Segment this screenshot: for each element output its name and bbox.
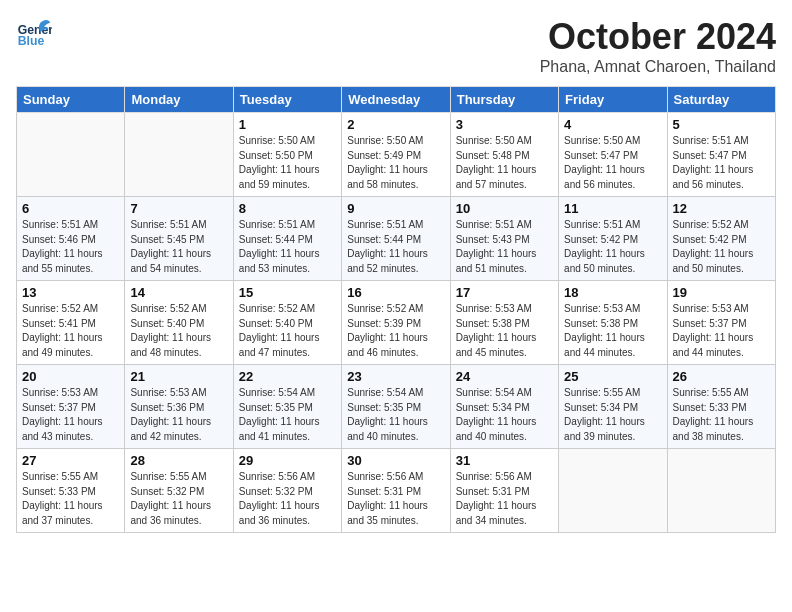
calendar-cell: 21Sunrise: 5:53 AM Sunset: 5:36 PM Dayli… xyxy=(125,365,233,449)
calendar-cell xyxy=(559,449,667,533)
calendar-cell: 24Sunrise: 5:54 AM Sunset: 5:34 PM Dayli… xyxy=(450,365,558,449)
calendar-table: SundayMondayTuesdayWednesdayThursdayFrid… xyxy=(16,86,776,533)
day-detail: Sunrise: 5:53 AM Sunset: 5:37 PM Dayligh… xyxy=(22,386,119,444)
day-detail: Sunrise: 5:52 AM Sunset: 5:40 PM Dayligh… xyxy=(130,302,227,360)
week-row-1: 1Sunrise: 5:50 AM Sunset: 5:50 PM Daylig… xyxy=(17,113,776,197)
day-number: 8 xyxy=(239,201,336,216)
week-row-2: 6Sunrise: 5:51 AM Sunset: 5:46 PM Daylig… xyxy=(17,197,776,281)
day-detail: Sunrise: 5:50 AM Sunset: 5:49 PM Dayligh… xyxy=(347,134,444,192)
calendar-cell: 3Sunrise: 5:50 AM Sunset: 5:48 PM Daylig… xyxy=(450,113,558,197)
day-number: 11 xyxy=(564,201,661,216)
day-detail: Sunrise: 5:53 AM Sunset: 5:38 PM Dayligh… xyxy=(564,302,661,360)
calendar-cell: 29Sunrise: 5:56 AM Sunset: 5:32 PM Dayli… xyxy=(233,449,341,533)
calendar-cell: 7Sunrise: 5:51 AM Sunset: 5:45 PM Daylig… xyxy=(125,197,233,281)
day-number: 23 xyxy=(347,369,444,384)
day-number: 25 xyxy=(564,369,661,384)
day-detail: Sunrise: 5:51 AM Sunset: 5:46 PM Dayligh… xyxy=(22,218,119,276)
day-detail: Sunrise: 5:51 AM Sunset: 5:47 PM Dayligh… xyxy=(673,134,770,192)
calendar-cell: 8Sunrise: 5:51 AM Sunset: 5:44 PM Daylig… xyxy=(233,197,341,281)
day-number: 15 xyxy=(239,285,336,300)
day-number: 20 xyxy=(22,369,119,384)
day-detail: Sunrise: 5:55 AM Sunset: 5:34 PM Dayligh… xyxy=(564,386,661,444)
day-detail: Sunrise: 5:54 AM Sunset: 5:34 PM Dayligh… xyxy=(456,386,553,444)
day-number: 16 xyxy=(347,285,444,300)
calendar-cell xyxy=(17,113,125,197)
day-number: 14 xyxy=(130,285,227,300)
calendar-cell: 10Sunrise: 5:51 AM Sunset: 5:43 PM Dayli… xyxy=(450,197,558,281)
calendar-cell: 20Sunrise: 5:53 AM Sunset: 5:37 PM Dayli… xyxy=(17,365,125,449)
day-number: 2 xyxy=(347,117,444,132)
calendar-cell: 5Sunrise: 5:51 AM Sunset: 5:47 PM Daylig… xyxy=(667,113,775,197)
calendar-cell xyxy=(125,113,233,197)
day-number: 3 xyxy=(456,117,553,132)
day-number: 18 xyxy=(564,285,661,300)
day-number: 5 xyxy=(673,117,770,132)
page-header: General Blue October 2024 Phana, Amnat C… xyxy=(16,16,776,76)
calendar-cell: 23Sunrise: 5:54 AM Sunset: 5:35 PM Dayli… xyxy=(342,365,450,449)
calendar-cell: 15Sunrise: 5:52 AM Sunset: 5:40 PM Dayli… xyxy=(233,281,341,365)
day-detail: Sunrise: 5:54 AM Sunset: 5:35 PM Dayligh… xyxy=(347,386,444,444)
day-detail: Sunrise: 5:50 AM Sunset: 5:48 PM Dayligh… xyxy=(456,134,553,192)
day-number: 12 xyxy=(673,201,770,216)
day-number: 27 xyxy=(22,453,119,468)
week-row-3: 13Sunrise: 5:52 AM Sunset: 5:41 PM Dayli… xyxy=(17,281,776,365)
calendar-cell: 14Sunrise: 5:52 AM Sunset: 5:40 PM Dayli… xyxy=(125,281,233,365)
day-of-week-thursday: Thursday xyxy=(450,87,558,113)
day-number: 17 xyxy=(456,285,553,300)
day-detail: Sunrise: 5:52 AM Sunset: 5:40 PM Dayligh… xyxy=(239,302,336,360)
day-of-week-tuesday: Tuesday xyxy=(233,87,341,113)
day-number: 19 xyxy=(673,285,770,300)
calendar-cell: 26Sunrise: 5:55 AM Sunset: 5:33 PM Dayli… xyxy=(667,365,775,449)
day-detail: Sunrise: 5:50 AM Sunset: 5:47 PM Dayligh… xyxy=(564,134,661,192)
day-detail: Sunrise: 5:51 AM Sunset: 5:43 PM Dayligh… xyxy=(456,218,553,276)
calendar-cell: 28Sunrise: 5:55 AM Sunset: 5:32 PM Dayli… xyxy=(125,449,233,533)
day-number: 24 xyxy=(456,369,553,384)
calendar-cell xyxy=(667,449,775,533)
week-row-5: 27Sunrise: 5:55 AM Sunset: 5:33 PM Dayli… xyxy=(17,449,776,533)
location-title: Phana, Amnat Charoen, Thailand xyxy=(540,58,776,76)
day-detail: Sunrise: 5:53 AM Sunset: 5:37 PM Dayligh… xyxy=(673,302,770,360)
day-detail: Sunrise: 5:55 AM Sunset: 5:33 PM Dayligh… xyxy=(22,470,119,528)
day-detail: Sunrise: 5:53 AM Sunset: 5:38 PM Dayligh… xyxy=(456,302,553,360)
day-of-week-monday: Monday xyxy=(125,87,233,113)
day-number: 9 xyxy=(347,201,444,216)
days-header-row: SundayMondayTuesdayWednesdayThursdayFrid… xyxy=(17,87,776,113)
calendar-cell: 30Sunrise: 5:56 AM Sunset: 5:31 PM Dayli… xyxy=(342,449,450,533)
day-of-week-saturday: Saturday xyxy=(667,87,775,113)
day-of-week-wednesday: Wednesday xyxy=(342,87,450,113)
day-detail: Sunrise: 5:55 AM Sunset: 5:32 PM Dayligh… xyxy=(130,470,227,528)
calendar-cell: 9Sunrise: 5:51 AM Sunset: 5:44 PM Daylig… xyxy=(342,197,450,281)
day-number: 7 xyxy=(130,201,227,216)
day-detail: Sunrise: 5:55 AM Sunset: 5:33 PM Dayligh… xyxy=(673,386,770,444)
day-detail: Sunrise: 5:51 AM Sunset: 5:45 PM Dayligh… xyxy=(130,218,227,276)
day-detail: Sunrise: 5:54 AM Sunset: 5:35 PM Dayligh… xyxy=(239,386,336,444)
calendar-cell: 17Sunrise: 5:53 AM Sunset: 5:38 PM Dayli… xyxy=(450,281,558,365)
day-of-week-sunday: Sunday xyxy=(17,87,125,113)
day-number: 28 xyxy=(130,453,227,468)
day-number: 30 xyxy=(347,453,444,468)
day-number: 21 xyxy=(130,369,227,384)
day-detail: Sunrise: 5:52 AM Sunset: 5:39 PM Dayligh… xyxy=(347,302,444,360)
day-number: 13 xyxy=(22,285,119,300)
day-number: 1 xyxy=(239,117,336,132)
day-detail: Sunrise: 5:53 AM Sunset: 5:36 PM Dayligh… xyxy=(130,386,227,444)
calendar-cell: 6Sunrise: 5:51 AM Sunset: 5:46 PM Daylig… xyxy=(17,197,125,281)
day-detail: Sunrise: 5:51 AM Sunset: 5:42 PM Dayligh… xyxy=(564,218,661,276)
day-detail: Sunrise: 5:51 AM Sunset: 5:44 PM Dayligh… xyxy=(239,218,336,276)
calendar-cell: 16Sunrise: 5:52 AM Sunset: 5:39 PM Dayli… xyxy=(342,281,450,365)
day-detail: Sunrise: 5:56 AM Sunset: 5:31 PM Dayligh… xyxy=(456,470,553,528)
day-number: 6 xyxy=(22,201,119,216)
day-of-week-friday: Friday xyxy=(559,87,667,113)
calendar-cell: 12Sunrise: 5:52 AM Sunset: 5:42 PM Dayli… xyxy=(667,197,775,281)
day-number: 22 xyxy=(239,369,336,384)
day-number: 29 xyxy=(239,453,336,468)
calendar-cell: 1Sunrise: 5:50 AM Sunset: 5:50 PM Daylig… xyxy=(233,113,341,197)
day-detail: Sunrise: 5:56 AM Sunset: 5:31 PM Dayligh… xyxy=(347,470,444,528)
logo-icon: General Blue xyxy=(16,16,52,52)
day-detail: Sunrise: 5:52 AM Sunset: 5:42 PM Dayligh… xyxy=(673,218,770,276)
day-detail: Sunrise: 5:51 AM Sunset: 5:44 PM Dayligh… xyxy=(347,218,444,276)
day-detail: Sunrise: 5:52 AM Sunset: 5:41 PM Dayligh… xyxy=(22,302,119,360)
day-number: 31 xyxy=(456,453,553,468)
day-number: 26 xyxy=(673,369,770,384)
calendar-cell: 11Sunrise: 5:51 AM Sunset: 5:42 PM Dayli… xyxy=(559,197,667,281)
